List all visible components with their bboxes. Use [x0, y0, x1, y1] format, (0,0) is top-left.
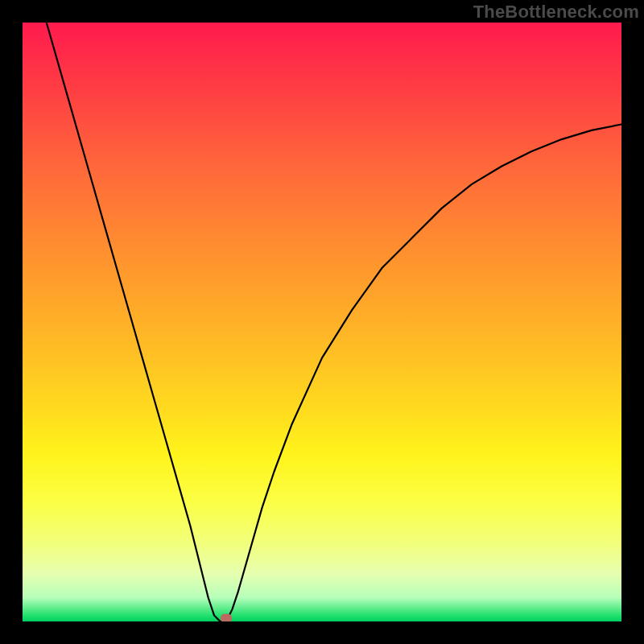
bottleneck-curve — [23, 23, 621, 621]
plot-area — [23, 23, 621, 621]
chart-frame: TheBottleneck.com — [0, 0, 644, 644]
optimal-point-marker — [221, 614, 232, 622]
watermark-text: TheBottleneck.com — [473, 2, 639, 23]
